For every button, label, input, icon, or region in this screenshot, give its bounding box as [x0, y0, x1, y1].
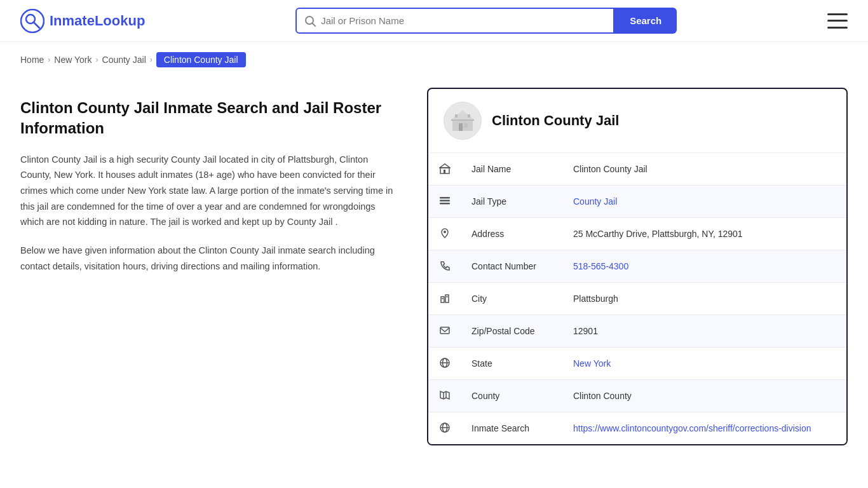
search-bar: Search [295, 8, 677, 34]
field-value-inmate-search[interactable]: https://www.clintoncountygov.com/sheriff… [563, 412, 846, 445]
table-row: Jail TypeCounty Jail [428, 186, 846, 218]
field-value-state[interactable]: New York [563, 348, 846, 380]
svg-marker-27 [440, 391, 449, 399]
field-icon-globe [428, 348, 461, 380]
breadcrumb-category[interactable]: County Jail [102, 55, 146, 65]
field-value-contact-number[interactable]: 518-565-4300 [563, 250, 846, 283]
svg-rect-23 [440, 327, 449, 334]
field-label-address: Address [461, 218, 563, 250]
field-icon-city [428, 283, 461, 315]
left-column: Clinton County Jail Inmate Search and Ja… [20, 78, 427, 445]
menu-line-2 [827, 20, 848, 22]
search-button[interactable]: Search [614, 8, 677, 34]
svg-rect-15 [440, 197, 450, 199]
field-label-county: County [461, 380, 563, 412]
svg-rect-22 [447, 296, 448, 297]
breadcrumb-current: Clinton County Jail [156, 52, 246, 67]
logo[interactable]: InmateLookup [20, 9, 145, 33]
page-description-1: Clinton County Jail is a high security C… [20, 152, 397, 230]
field-label-inmate-search: Inmate Search [461, 412, 563, 445]
table-row: Address25 McCarthy Drive, Plattsburgh, N… [428, 218, 846, 250]
info-card-header: Clinton County Jail [428, 89, 846, 153]
field-link-inmate-search[interactable]: https://www.clintoncountygov.com/sheriff… [573, 423, 811, 433]
field-label-state: State [461, 348, 563, 380]
search-icon [304, 15, 316, 27]
field-label-contact-number: Contact Number [461, 250, 563, 283]
svg-rect-14 [444, 170, 445, 173]
jail-avatar-icon [449, 107, 477, 135]
svg-point-0 [21, 10, 44, 32]
logo-icon [20, 9, 44, 33]
hamburger-menu[interactable] [827, 13, 848, 29]
svg-line-4 [313, 24, 315, 26]
field-icon-mail [428, 315, 461, 348]
menu-line-1 [827, 13, 848, 15]
svg-rect-17 [440, 203, 450, 205]
page-title: Clinton County Jail Inmate Search and Ja… [20, 98, 397, 139]
breadcrumb-state[interactable]: New York [54, 55, 92, 65]
field-link-state[interactable]: New York [573, 358, 611, 369]
breadcrumb-sep-3: › [150, 55, 153, 64]
field-value-zip/postal-code: 12901 [563, 315, 846, 348]
table-row: Inmate Searchhttps://www.clintoncountygo… [428, 412, 846, 445]
breadcrumb-sep-1: › [48, 55, 50, 64]
svg-marker-13 [440, 164, 450, 168]
table-row: StateNew York [428, 348, 846, 380]
breadcrumb-sep-2: › [96, 55, 98, 64]
table-row: Zip/Postal Code12901 [428, 315, 846, 348]
svg-point-18 [444, 231, 446, 233]
field-icon-list [428, 186, 461, 218]
table-row: CityPlattsburgh [428, 283, 846, 315]
svg-line-2 [34, 22, 39, 28]
right-column: Clinton County Jail Jail NameClinton Cou… [427, 78, 848, 445]
field-icon-search-globe [428, 412, 461, 445]
info-table: Jail NameClinton County JailJail TypeCou… [428, 153, 846, 444]
svg-rect-16 [440, 200, 450, 202]
field-link-contact-number[interactable]: 518-565-4300 [573, 261, 628, 271]
field-label-jail-name: Jail Name [461, 153, 563, 186]
field-value-address: 25 McCarthy Drive, Plattsburgh, NY, 1290… [563, 218, 846, 250]
menu-line-3 [827, 27, 848, 29]
svg-rect-21 [442, 298, 444, 299]
field-icon-phone [428, 250, 461, 283]
info-card: Clinton County Jail Jail NameClinton Cou… [427, 88, 848, 445]
search-input[interactable] [321, 9, 606, 32]
table-row: Jail NameClinton County Jail [428, 153, 846, 186]
field-link-jail-type[interactable]: County Jail [573, 196, 617, 207]
logo-text: InmateLookup [50, 13, 145, 29]
svg-point-3 [306, 17, 313, 24]
field-value-jail-name: Clinton County Jail [563, 153, 846, 186]
field-icon-pin [428, 218, 461, 250]
field-label-jail-type: Jail Type [461, 186, 563, 218]
svg-rect-11 [468, 114, 470, 118]
svg-marker-9 [451, 111, 474, 119]
svg-rect-7 [459, 123, 463, 131]
field-label-city: City [461, 283, 563, 315]
svg-rect-19 [441, 297, 444, 302]
table-row: CountyClinton County [428, 380, 846, 412]
field-value-county: Clinton County [563, 380, 846, 412]
field-icon-map [428, 380, 461, 412]
info-card-title: Clinton County Jail [492, 112, 619, 129]
field-value-jail-type[interactable]: County Jail [563, 186, 846, 218]
breadcrumb-home[interactable]: Home [20, 55, 44, 65]
table-row: Contact Number518-565-4300 [428, 250, 846, 283]
page-description-2: Below we have given information about th… [20, 243, 397, 274]
svg-rect-8 [464, 123, 468, 128]
breadcrumb: Home › New York › County Jail › Clinton … [0, 42, 868, 78]
field-value-city: Plattsburgh [563, 283, 846, 315]
jail-avatar [444, 102, 482, 140]
svg-rect-20 [445, 295, 449, 302]
field-icon-building [428, 153, 461, 186]
field-label-zip/postal-code: Zip/Postal Code [461, 315, 563, 348]
svg-rect-10 [455, 114, 458, 118]
